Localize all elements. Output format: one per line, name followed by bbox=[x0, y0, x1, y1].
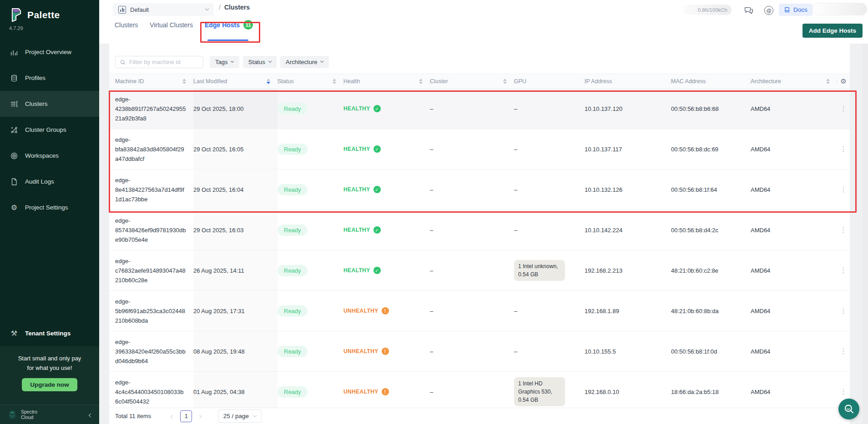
row-menu-icon[interactable]: ⋮ bbox=[840, 307, 847, 315]
tags-filter-dropdown[interactable]: Tags bbox=[210, 56, 239, 68]
list-icon bbox=[10, 100, 18, 108]
collapse-sidebar-button[interactable] bbox=[89, 410, 92, 419]
previous-page-button[interactable] bbox=[171, 412, 174, 420]
table-row[interactable]: edge-857438426ef9d9781930dbe90b705e4e29 … bbox=[109, 210, 850, 250]
sidebar-item-label: Audit Logs bbox=[25, 178, 54, 185]
magnifier-smile-icon bbox=[843, 403, 855, 415]
machine-id-cell: edge-857438426ef9d9781930dbe90b705e4e bbox=[109, 210, 193, 250]
version-label: 4.7.29 bbox=[0, 24, 99, 39]
spectro-cloud-label: Spectro Cloud bbox=[21, 409, 37, 420]
table-row[interactable]: edge-bfa83842a83d8405804f29a47ddbafcf29 … bbox=[109, 129, 850, 170]
row-menu-icon[interactable]: ⋮ bbox=[840, 347, 847, 355]
status-cell: Ready bbox=[278, 129, 343, 169]
sidebar-item-project-settings[interactable]: ⚙ Project Settings bbox=[0, 195, 99, 220]
palette-logo-icon bbox=[9, 7, 23, 23]
table-row[interactable]: edge-5b96f691ab253ca3c02448210b608bda20 … bbox=[109, 291, 850, 331]
column-header-architecture[interactable]: Architecture bbox=[751, 74, 837, 88]
column-settings-gear-icon[interactable]: ⚙ bbox=[840, 77, 846, 85]
column-header-status[interactable]: Status bbox=[278, 74, 343, 88]
page-number-button[interactable]: 1 bbox=[180, 410, 192, 422]
ip-address-cell: 192.168.1.89 bbox=[585, 291, 671, 331]
scrollbar-track[interactable] bbox=[863, 44, 868, 424]
usage-quota-pill: 0.86/100kCh bbox=[683, 5, 732, 15]
sidebar-item-audit-logs[interactable]: Audit Logs bbox=[0, 169, 99, 195]
column-header-cluster[interactable]: Cluster bbox=[430, 74, 514, 88]
row-menu-icon[interactable]: ⋮ bbox=[840, 266, 847, 274]
status-ready-badge: Ready bbox=[278, 305, 308, 317]
ip-address-cell: 192.168.0.10 bbox=[585, 372, 671, 412]
gear-icon: ⚙ bbox=[10, 204, 18, 212]
row-menu-icon[interactable]: ⋮ bbox=[840, 105, 847, 113]
health-cell: HEALTHY✓ bbox=[343, 129, 430, 169]
sidebar-item-cluster-groups[interactable]: Cluster Groups bbox=[0, 117, 99, 143]
sort-carets-icon[interactable] bbox=[826, 79, 830, 84]
status-ready-badge: Ready bbox=[278, 265, 308, 276]
last-modified-cell: 29 Oct 2025, 16:05 bbox=[193, 129, 278, 169]
check-circle-icon: ✓ bbox=[373, 267, 381, 274]
column-header-last-modified[interactable]: Last Modified bbox=[193, 74, 278, 88]
machine-id-cell: edge-4c4c4544003450108033b6c04f504432 bbox=[109, 372, 193, 412]
table-header: Machine IDLast ModifiedStatusHealthClust… bbox=[109, 74, 850, 89]
sort-carets-icon[interactable] bbox=[182, 79, 186, 84]
row-menu-icon[interactable]: ⋮ bbox=[840, 145, 847, 153]
sidebar-item-clusters[interactable]: Clusters bbox=[0, 91, 99, 117]
architecture-cell: AMD64 bbox=[751, 291, 837, 331]
search-input[interactable] bbox=[129, 59, 197, 65]
user-menu[interactable] bbox=[812, 3, 867, 15]
sort-carets-icon[interactable] bbox=[503, 79, 507, 84]
sidebar-item-label: Project Overview bbox=[25, 49, 71, 55]
page-size-select[interactable]: 25 / page bbox=[218, 409, 262, 423]
column-header-health[interactable]: Health bbox=[343, 74, 430, 88]
table-body: edge-4238b891f7267a5024295521a92b3fa829 … bbox=[109, 89, 850, 412]
active-tab-underline bbox=[207, 40, 248, 41]
sort-carets-icon[interactable] bbox=[267, 79, 270, 84]
mentions-icon[interactable]: @ bbox=[764, 6, 773, 15]
table-row[interactable]: edge-c76832aefe914893047a48210b60c28e26 … bbox=[109, 250, 850, 291]
docs-button[interactable]: Docs bbox=[779, 4, 812, 16]
table-row[interactable]: edge-4c4c4544003450108033b6c04f50443201 … bbox=[109, 372, 850, 412]
row-menu-icon[interactable]: ⋮ bbox=[840, 185, 847, 194]
bar-chart-icon bbox=[10, 48, 18, 56]
support-widget-button[interactable] bbox=[838, 399, 859, 419]
next-page-button[interactable] bbox=[198, 412, 201, 420]
row-menu-icon[interactable]: ⋮ bbox=[840, 388, 847, 396]
sidebar-item-workspaces[interactable]: Workspaces bbox=[0, 143, 99, 169]
pagination-bar: Total 11 items 1 25 / page bbox=[109, 408, 850, 424]
sidebar-item-project-overview[interactable]: Project Overview bbox=[0, 39, 99, 65]
edge-hosts-panel: Tags Status Architecture Machine IDLast … bbox=[109, 44, 850, 424]
mac-address-cell: 00:50:56:b8:1f:64 bbox=[671, 170, 751, 210]
project-selector[interactable]: Default bbox=[113, 3, 214, 16]
status-ready-badge: Ready bbox=[278, 103, 308, 115]
machine-id-search[interactable] bbox=[115, 56, 203, 68]
add-edge-hosts-button[interactable]: Add Edge Hosts bbox=[802, 24, 863, 38]
breadcrumb-label[interactable]: Clusters bbox=[224, 4, 250, 11]
status-ready-badge: Ready bbox=[278, 386, 308, 398]
table-row[interactable]: edge-8e41384227563a7d14df9f1d1ac73bbe29 … bbox=[109, 170, 850, 210]
sidebar-item-label: Workspaces bbox=[25, 152, 59, 159]
row-actions-cell: ⋮ bbox=[837, 170, 850, 210]
row-menu-icon[interactable]: ⋮ bbox=[840, 226, 847, 234]
chevron-down-icon bbox=[231, 60, 234, 63]
tab-edge-hosts[interactable]: Edge Hosts 11 bbox=[205, 20, 253, 32]
tab-virtual-clusters[interactable]: Virtual Clusters bbox=[150, 21, 193, 31]
last-modified-cell: 26 Aug 2025, 14:11 bbox=[193, 250, 278, 290]
status-filter-dropdown[interactable]: Status bbox=[243, 56, 277, 68]
sidebar-item-tenant-settings[interactable]: ⚒ Tenant Settings bbox=[0, 320, 99, 346]
cluster-cell: – bbox=[430, 129, 514, 169]
architecture-filter-dropdown[interactable]: Architecture bbox=[280, 56, 329, 68]
sort-carets-icon[interactable] bbox=[333, 79, 336, 84]
sort-carets-icon[interactable] bbox=[419, 79, 423, 84]
last-modified-cell: 08 Aug 2025, 19:48 bbox=[193, 331, 278, 371]
table-row[interactable]: edge-396338420e4f260a55c3bbd046db9b6408 … bbox=[109, 331, 850, 372]
mac-address-cell: 00:50:56:b8:dc:69 bbox=[671, 129, 751, 169]
upgrade-now-button[interactable]: Upgrade now bbox=[22, 378, 77, 391]
column-header-machine-id[interactable]: Machine ID bbox=[109, 74, 193, 88]
project-selector-value: Default bbox=[130, 6, 149, 13]
check-circle-icon: ✓ bbox=[373, 226, 381, 234]
ip-address-cell: 10.10.155.5 bbox=[585, 331, 671, 371]
sidebar-item-profiles[interactable]: Profiles bbox=[0, 65, 99, 91]
table-row[interactable]: edge-4238b891f7267a5024295521a92b3fa829 … bbox=[109, 89, 850, 129]
tab-clusters[interactable]: Clusters bbox=[115, 21, 138, 31]
feedback-chat-icon[interactable] bbox=[743, 5, 753, 15]
sidebar-item-label: Profiles bbox=[25, 75, 45, 81]
